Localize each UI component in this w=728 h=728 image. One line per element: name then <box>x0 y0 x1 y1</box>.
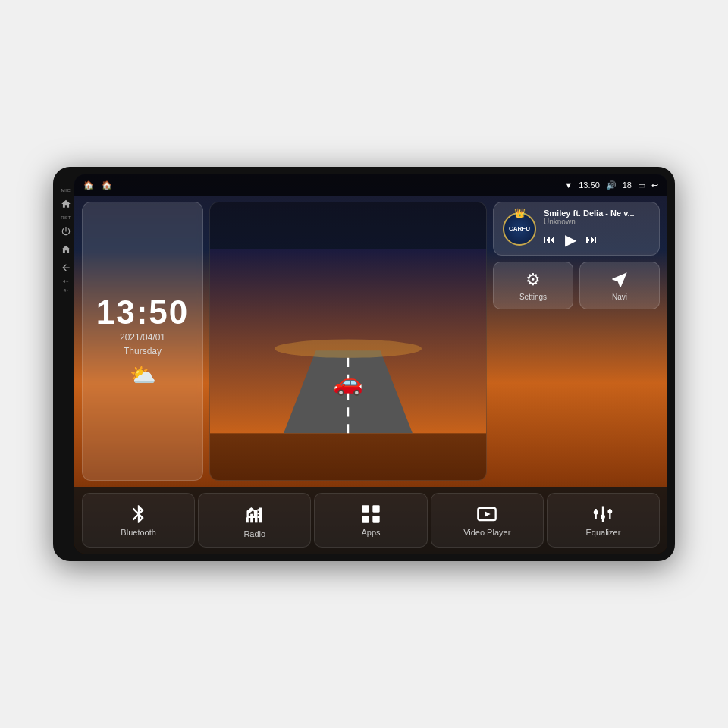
home-status-icon: 🏠 <box>83 180 94 190</box>
equalizer-label: Equalizer <box>585 528 620 537</box>
main-screen: 🏠 🏠 ▼ 13:50 🔊 18 ▭ ↩ 13:50 <box>74 174 667 554</box>
vol-down-label: 4- <box>64 288 68 293</box>
navi-label: Navi <box>612 293 627 301</box>
svg-point-40 <box>601 515 605 519</box>
apps-label: Apps <box>361 528 380 537</box>
music-title: Smiley ft. Delia - Ne v... <box>544 209 642 218</box>
quick-buttons: ⚙ Settings Navi <box>493 262 660 309</box>
equalizer-nav-item[interactable]: Equalizer <box>547 493 660 548</box>
next-button[interactable]: ⏭ <box>585 233 598 246</box>
settings-label: Settings <box>519 293 547 301</box>
bluetooth-label: Bluetooth <box>121 528 155 537</box>
bluetooth-icon <box>128 504 149 525</box>
svg-rect-32 <box>362 516 369 522</box>
prev-button[interactable]: ⏮ <box>544 233 556 246</box>
video-nav-item[interactable]: Video Player <box>431 493 544 548</box>
music-artist: Unknown <box>544 218 650 226</box>
side-buttons-panel: MIC RST 4+ 4- <box>53 174 74 554</box>
radio-nav-item[interactable]: Radio <box>198 493 311 548</box>
nav-home-button[interactable] <box>59 243 73 256</box>
music-controls: ⏮ ▶ ⏭ <box>544 231 650 249</box>
svg-point-42 <box>608 510 613 514</box>
status-right: ▼ 13:50 🔊 18 ▭ ↩ <box>564 180 658 190</box>
right-panel: 👑 CARFU Smiley ft. Delia - Ne v... Unkno… <box>493 202 660 481</box>
road-car: 🚗 <box>333 368 363 397</box>
status-bar: 🏠 🏠 ▼ 13:50 🔊 18 ▭ ↩ <box>74 174 667 196</box>
rst-label: RST <box>61 215 71 220</box>
music-logo: 👑 CARFU <box>503 212 536 246</box>
video-label: Video Player <box>463 528 510 537</box>
svg-rect-28 <box>255 510 258 522</box>
music-info: Smiley ft. Delia - Ne v... Unknown ⏮ ▶ ⏭ <box>544 209 650 249</box>
back-button[interactable] <box>59 261 73 275</box>
vol-up-label: 4+ <box>63 279 69 284</box>
apps-nav-item[interactable]: Apps <box>314 493 427 548</box>
volume-level: 18 <box>623 180 632 190</box>
main-content: 13:50 2021/04/01 Thursday ⛅ <box>74 196 667 487</box>
svg-rect-27 <box>250 514 253 523</box>
svg-point-3 <box>275 340 422 358</box>
settings-button[interactable]: ⚙ Settings <box>493 262 573 309</box>
screen: 🏠 🏠 ▼ 13:50 🔊 18 ▭ ↩ 13:50 <box>74 174 667 554</box>
location-status-icon: 🏠 <box>102 180 112 190</box>
road-background <box>210 202 486 480</box>
crown-icon: 👑 <box>514 208 526 218</box>
svg-rect-33 <box>372 516 379 522</box>
back-status-icon: ↩ <box>651 180 658 190</box>
clock-widget: 13:50 2021/04/01 Thursday ⛅ <box>82 202 203 481</box>
clock-date: 2021/04/01 <box>120 332 165 343</box>
mic-label: MIC <box>61 188 71 193</box>
home-button[interactable] <box>59 197 73 211</box>
speedometer-widget: 🚗 <box>209 202 487 481</box>
bottom-nav: Bluetooth Radio <box>74 487 667 554</box>
radio-label: Radio <box>243 529 265 538</box>
navi-icon <box>610 270 629 290</box>
svg-rect-31 <box>372 505 379 512</box>
equalizer-icon <box>592 504 613 525</box>
svg-rect-26 <box>246 517 249 522</box>
status-time: 13:50 <box>579 180 600 190</box>
top-widgets: 13:50 2021/04/01 Thursday ⛅ <box>74 196 667 487</box>
settings-icon: ⚙ <box>526 270 541 290</box>
carfu-logo-text: CARFU <box>509 225 530 232</box>
wifi-icon: ▼ <box>564 180 573 190</box>
status-left: 🏠 🏠 <box>83 180 112 190</box>
clock-day: Thursday <box>124 346 162 356</box>
svg-marker-35 <box>485 512 491 517</box>
apps-icon <box>360 504 381 525</box>
svg-point-37 <box>594 510 598 515</box>
music-widget[interactable]: 👑 CARFU Smiley ft. Delia - Ne v... Unkno… <box>493 202 660 256</box>
clock-time: 13:50 <box>96 296 190 329</box>
power-button[interactable] <box>59 224 73 238</box>
car-head-unit: MIC RST 4+ 4- 🏠 🏠 ▼ 1 <box>53 167 675 561</box>
video-icon <box>476 504 497 525</box>
bluetooth-nav-item[interactable]: Bluetooth <box>82 493 195 548</box>
weather-icon: ⛅ <box>130 362 156 388</box>
battery-status-icon: ▭ <box>638 180 645 190</box>
svg-rect-30 <box>362 505 369 512</box>
radio-bars-icon <box>244 505 265 526</box>
volume-status-icon: 🔊 <box>606 180 617 190</box>
play-button[interactable]: ▶ <box>565 231 576 249</box>
navi-button[interactable]: Navi <box>579 262 660 309</box>
svg-rect-29 <box>259 508 262 523</box>
